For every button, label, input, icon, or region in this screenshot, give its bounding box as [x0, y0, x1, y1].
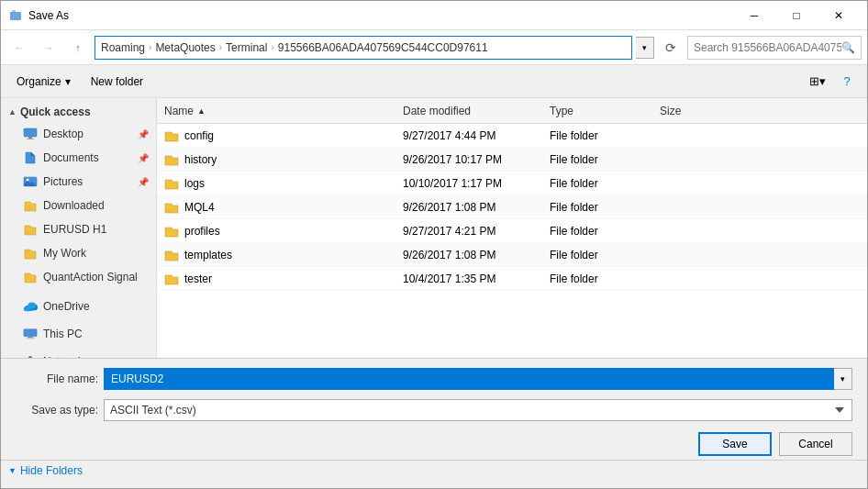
sidebar-item-eurusd[interactable]: EURUSD H1 [1, 217, 156, 241]
main-content: ▲ Quick access Desktop 📌 Documents 📌 [1, 98, 867, 358]
save-button[interactable]: Save [698, 432, 772, 456]
sidebar-item-network[interactable]: Network [1, 350, 156, 358]
cancel-button[interactable]: Cancel [779, 432, 852, 456]
quick-access-header[interactable]: ▲ Quick access [1, 102, 156, 122]
pictures-label: Pictures [43, 175, 83, 188]
hide-folders-chevron: ▼ [8, 466, 17, 475]
col-type-header[interactable]: Type [542, 105, 652, 117]
file-list: Name ▲ Date modified Type Size [157, 98, 867, 358]
sidebar-item-thispc[interactable]: This PC [1, 322, 156, 346]
thispc-icon [23, 327, 38, 341]
sidebar-item-desktop[interactable]: Desktop 📌 [1, 122, 156, 146]
view-button[interactable]: ⊞ ▾ [805, 69, 830, 94]
table-row[interactable]: config 9/27/2017 4:44 PM File folder [157, 124, 867, 148]
filename-dropdown[interactable]: ▾ [834, 368, 852, 390]
organize-label: Organize [17, 75, 61, 88]
table-row[interactable]: tester 10/4/2017 1:35 PM File folder [157, 267, 867, 291]
folder-icon [164, 272, 179, 286]
close-button[interactable]: ✕ [818, 1, 860, 30]
mywork-label: My Work [43, 247, 86, 260]
quantaction-label: QuantAction Signal [43, 271, 138, 283]
filename-input[interactable] [104, 368, 834, 390]
table-row[interactable]: templates 9/26/2017 1:08 PM File folder [157, 243, 867, 267]
breadcrumb-hash[interactable]: 915566BA06ADA407569C544CC0D97611 [278, 41, 488, 54]
cell-date: 9/26/2017 1:08 PM [395, 249, 542, 261]
col-name-sort: ▲ [197, 106, 206, 116]
sidebar-item-quantaction[interactable]: QuantAction Signal [1, 265, 156, 289]
refresh-button[interactable]: ⟳ [658, 35, 684, 61]
sidebar-item-onedrive[interactable]: OneDrive [1, 295, 156, 318]
search-input[interactable] [694, 41, 841, 54]
svg-rect-1 [12, 10, 16, 13]
breadcrumb-dropdown[interactable]: ▾ [636, 37, 654, 59]
sidebar-item-downloaded[interactable]: ↓ Downloaded [1, 194, 156, 217]
file-name: templates [184, 249, 232, 261]
cell-type: File folder [542, 201, 652, 214]
cell-type: File folder [542, 225, 652, 238]
search-box[interactable]: 🔍 [687, 36, 862, 60]
breadcrumb-metaquotes[interactable]: MetaQuotes [155, 41, 215, 54]
svg-rect-3 [28, 137, 32, 139]
cell-type: File folder [542, 129, 652, 142]
search-icon: 🔍 [841, 41, 855, 54]
file-name: MQL4 [184, 201, 215, 214]
up-button[interactable]: ↑ [65, 35, 91, 61]
forward-button[interactable]: → [36, 35, 61, 61]
cell-date: 9/26/2017 1:08 PM [395, 201, 542, 214]
file-name: logs [184, 177, 205, 190]
bottom-bar: File name: ▾ Save as type: ASCII Text (*… [1, 358, 867, 488]
new-folder-label: New folder [91, 75, 143, 88]
cell-name: profiles [157, 224, 395, 239]
breadcrumb-parts: Roaming › MetaQuotes › Terminal › 915566… [101, 41, 488, 54]
onedrive-icon [23, 299, 38, 314]
breadcrumb-roaming[interactable]: Roaming [101, 41, 145, 54]
back-button[interactable]: ← [6, 35, 32, 61]
filename-row: File name: ▾ [1, 366, 867, 392]
savetype-select[interactable]: ASCII Text (*.csv) [104, 399, 852, 421]
cell-type: File folder [542, 249, 652, 261]
new-folder-button[interactable]: New folder [83, 69, 151, 94]
documents-pin: 📌 [138, 153, 149, 163]
cancel-label: Cancel [798, 438, 832, 450]
help-button[interactable]: ? [834, 69, 860, 94]
col-name-label: Name [164, 105, 194, 117]
file-name: history [184, 153, 217, 166]
col-date-header[interactable]: Date modified [395, 105, 542, 117]
savetype-label: Save as type: [16, 404, 98, 417]
sidebar-item-pictures[interactable]: Pictures 📌 [1, 170, 156, 194]
sidebar-item-documents[interactable]: Documents 📌 [1, 146, 156, 170]
folder-icon [164, 224, 179, 239]
svg-rect-4 [27, 139, 34, 139]
save-label: Save [722, 438, 747, 450]
cell-type: File folder [542, 153, 652, 166]
breadcrumb[interactable]: Roaming › MetaQuotes › Terminal › 915566… [95, 36, 632, 60]
sidebar-item-mywork[interactable]: My Work [1, 241, 156, 265]
svg-text:↓: ↓ [29, 205, 32, 210]
folder-icon [164, 200, 179, 215]
col-type-label: Type [550, 105, 573, 117]
hide-folders-bar[interactable]: ▼ Hide Folders [1, 460, 867, 481]
cell-type: File folder [542, 177, 652, 190]
maximize-button[interactable]: □ [775, 1, 818, 30]
minimize-button[interactable]: ─ [733, 1, 775, 30]
table-row[interactable]: MQL4 9/26/2017 1:08 PM File folder [157, 195, 867, 219]
savetype-row: Save as type: ASCII Text (*.csv) [1, 397, 867, 423]
table-row[interactable]: profiles 9/27/2017 4:21 PM File folder [157, 219, 867, 243]
mywork-icon [23, 246, 38, 261]
table-row[interactable]: logs 10/10/2017 1:17 PM File folder [157, 172, 867, 195]
eurusd-label: EURUSD H1 [43, 223, 106, 236]
thispc-label: This PC [43, 328, 83, 340]
folder-icon [164, 248, 179, 262]
folder-icon [164, 152, 179, 167]
table-row[interactable]: history 9/26/2017 10:17 PM File folder [157, 148, 867, 172]
svg-rect-2 [24, 128, 37, 137]
cell-date: 10/4/2017 1:35 PM [395, 272, 542, 285]
col-size-header[interactable]: Size [652, 105, 726, 117]
breadcrumb-terminal[interactable]: Terminal [226, 41, 267, 54]
view-icon: ⊞ [809, 74, 819, 88]
organize-button[interactable]: Organize ▾ [8, 69, 79, 94]
file-list-header: Name ▲ Date modified Type Size [157, 98, 867, 124]
window-title: Save As [28, 9, 733, 22]
eurusd-icon [23, 222, 38, 237]
col-name-header[interactable]: Name ▲ [157, 105, 395, 117]
